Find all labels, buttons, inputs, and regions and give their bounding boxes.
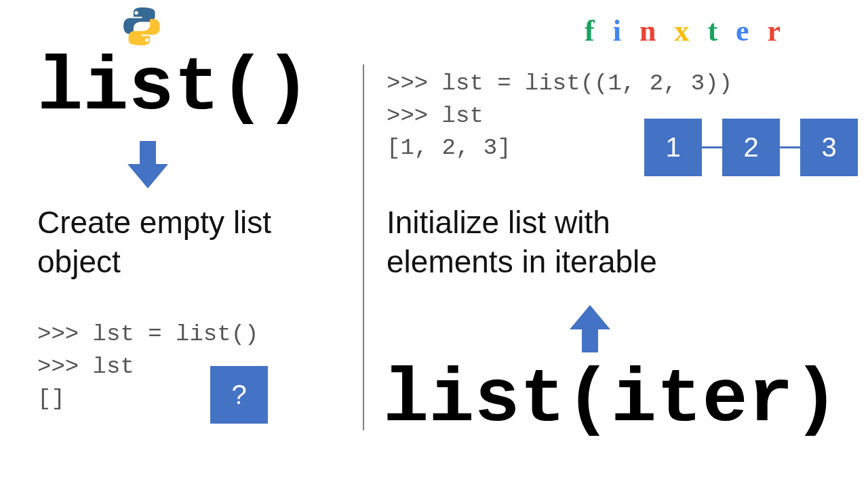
arrow-up-icon (570, 305, 610, 355)
brand-letter: i (613, 14, 627, 48)
list-node: 1 (644, 119, 702, 176)
python-logo-icon (122, 7, 161, 49)
empty-list-box: ? (210, 366, 268, 424)
brand-letter: r (768, 14, 787, 48)
right-description: Initialize list with elements in iterabl… (387, 203, 657, 281)
list-link (780, 146, 800, 148)
empty-list-box-label: ? (231, 380, 246, 410)
finxter-logo: f i n x t e r (585, 14, 786, 48)
list-nodes: 1 2 3 (644, 119, 858, 176)
list-link (702, 146, 722, 148)
brand-letter: n (639, 14, 661, 48)
left-title: list() (37, 51, 311, 127)
brand-letter: x (674, 14, 694, 48)
brand-letter: t (707, 14, 723, 48)
brand-letter: e (736, 14, 755, 48)
column-divider (363, 64, 364, 430)
list-node: 3 (800, 119, 858, 176)
list-node: 2 (722, 119, 780, 176)
left-description: Create empty list object (37, 203, 271, 281)
brand-letter: f (585, 14, 600, 48)
right-title: list(iter) (383, 363, 839, 439)
arrow-down-icon (127, 141, 168, 191)
